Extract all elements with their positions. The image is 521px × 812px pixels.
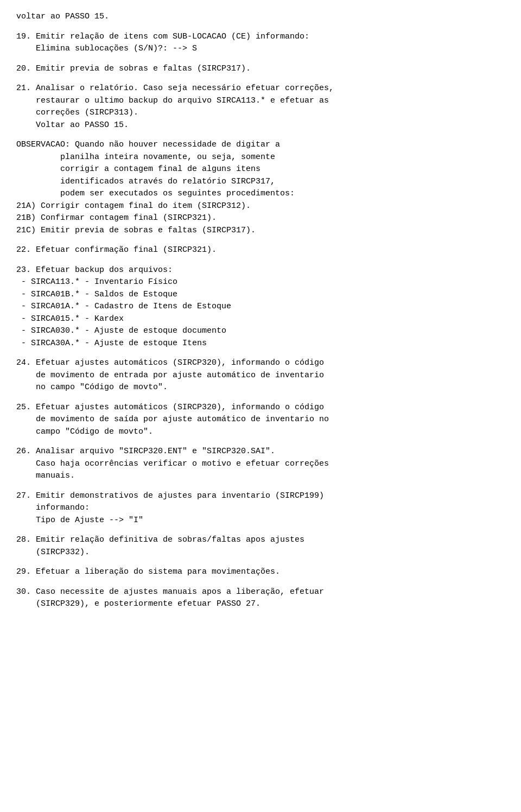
text-29: 29. Efetuar a liberação do sistema para … bbox=[16, 567, 280, 576]
paragraph-obs: OBSERVACAO: Quando não houver necessidad… bbox=[16, 139, 505, 237]
paragraph-21: 21. Analisar o relatório. Caso seja nece… bbox=[16, 83, 505, 131]
paragraph-24: 24. Efetuar ajustes automáticos (SIRCP32… bbox=[16, 357, 505, 394]
text-30: 30. Caso necessite de ajustes manuais ap… bbox=[16, 587, 324, 609]
paragraph-30: 30. Caso necessite de ajustes manuais ap… bbox=[16, 586, 505, 611]
paragraph-28: 28. Emitir relação definitiva de sobras/… bbox=[16, 534, 505, 559]
text-24: 24. Efetuar ajustes automáticos (SIRCP32… bbox=[16, 358, 324, 392]
text-27: 27. Emitir demonstrativos de ajustes par… bbox=[16, 491, 324, 525]
text-20: 20. Emitir previa de sobras e faltas (SI… bbox=[16, 64, 251, 73]
paragraph-29: 29. Efetuar a liberação do sistema para … bbox=[16, 566, 505, 579]
text-22: 22. Efetuar confirmação final (SIRCP321)… bbox=[16, 245, 217, 255]
paragraph-27: 27. Emitir demonstrativos de ajustes par… bbox=[16, 490, 505, 527]
text-19: 19. Emitir relação de itens com SUB-LOCA… bbox=[16, 32, 309, 54]
text-obs: OBSERVACAO: Quando não houver necessidad… bbox=[16, 140, 295, 235]
text-21: 21. Analisar o relatório. Caso seja nece… bbox=[16, 84, 334, 130]
paragraph-voltar: voltar ao PASSO 15. bbox=[16, 11, 505, 23]
main-content: voltar ao PASSO 15. 19. Emitir relação d… bbox=[16, 11, 505, 611]
text-26: 26. Analisar arquivo "SIRCP320.ENT" e "S… bbox=[16, 447, 329, 480]
paragraph-25: 25. Efetuar ajustes automáticos (SIRCP32… bbox=[16, 402, 505, 439]
paragraph-26: 26. Analisar arquivo "SIRCP320.ENT" e "S… bbox=[16, 446, 505, 483]
text-23: 23. Efetuar backup dos arquivos: - SIRCA… bbox=[16, 265, 231, 348]
text-28: 28. Emitir relação definitiva de sobras/… bbox=[16, 535, 304, 557]
paragraph-20: 20. Emitir previa de sobras e faltas (SI… bbox=[16, 63, 505, 75]
paragraph-22: 22. Efetuar confirmação final (SIRCP321)… bbox=[16, 244, 505, 257]
text-voltar: voltar ao PASSO 15. bbox=[16, 12, 109, 21]
text-25: 25. Efetuar ajustes automáticos (SIRCP32… bbox=[16, 403, 329, 436]
paragraph-19: 19. Emitir relação de itens com SUB-LOCA… bbox=[16, 31, 505, 55]
paragraph-23: 23. Efetuar backup dos arquivos: - SIRCA… bbox=[16, 264, 505, 350]
